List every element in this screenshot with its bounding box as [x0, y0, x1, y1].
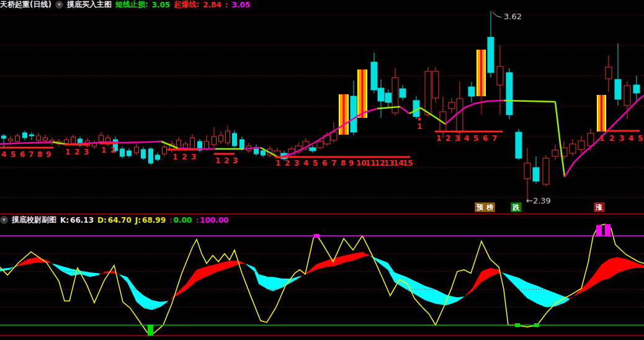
candle: [310, 148, 316, 151]
kd-ribbon: [344, 254, 353, 262]
count-number: 4: [628, 134, 633, 143]
count-number: 2: [110, 146, 115, 154]
kd-ribbon: [197, 266, 208, 281]
kd-ribbon: [602, 259, 609, 280]
candle: [606, 67, 612, 79]
count-number: 3: [294, 159, 299, 168]
j-label: J:: [135, 216, 141, 225]
count-number: 5: [638, 134, 643, 143]
candle: [385, 93, 391, 102]
boom-line-label: 起爆线:: [174, 0, 199, 10]
count-number: 2: [445, 134, 450, 143]
overbought-bar: [596, 225, 602, 236]
candle: [233, 133, 237, 146]
candle: [16, 136, 20, 141]
stock-app-window: { "header": { "title": "天桥起重(日线)", "drop…: [0, 0, 644, 340]
candle: [205, 141, 209, 149]
candle: [552, 150, 558, 156]
kd-ribbon: [316, 261, 326, 269]
candle: [127, 151, 132, 156]
kd-ribbon: [62, 266, 71, 276]
candle: [457, 99, 463, 132]
kd-ribbon: [416, 281, 425, 300]
candle: [261, 151, 266, 155]
count-number: 2: [74, 148, 79, 156]
kd-ribbon: [593, 264, 602, 286]
overbought-mark: [314, 234, 320, 238]
kd-ribbon: [136, 289, 144, 308]
kd-ribbon: [436, 289, 446, 305]
signal-bar-stripe: [597, 95, 598, 132]
count-number: 6: [483, 134, 488, 143]
j-value: 68.99: [142, 216, 166, 225]
sub-indicator-name[interactable]: 摸底校尉副图: [12, 215, 56, 225]
candle: [449, 102, 455, 109]
main-indicator-name[interactable]: 摸底买入主图: [67, 0, 112, 10]
candle: [135, 147, 139, 153]
count-number: 1: [101, 146, 106, 154]
signal-bar-stripe: [347, 94, 349, 135]
ma-line: [400, 107, 409, 114]
boom-line-value2: 3.05: [232, 1, 251, 9]
high-bound-value: 100.00: [200, 216, 228, 225]
signal-bar-stripe: [485, 50, 486, 96]
chevron-down-icon[interactable]: ▾: [0, 216, 8, 224]
chart-canvas[interactable]: 4567891231212312312345678910111213141512…: [0, 0, 644, 340]
candle: [141, 150, 146, 158]
kd-ribbon: [218, 261, 230, 271]
candle: [163, 147, 167, 154]
signal-bar-stripe: [362, 69, 364, 118]
signal-bar-stripe: [480, 50, 482, 96]
stop-loss-label: 短线止损:: [115, 0, 148, 10]
boom-line-value1: 2.84: [203, 1, 221, 9]
kd-ribbon: [617, 257, 627, 274]
candle: [588, 133, 594, 146]
count-number: 1: [599, 134, 604, 143]
price-annotation: 3.62: [504, 12, 522, 21]
count-number: 1: [275, 159, 280, 168]
candle: [331, 132, 337, 140]
kd-ribbon: [537, 286, 546, 308]
kd-ribbon: [53, 264, 62, 272]
high-sep: :: [195, 216, 199, 225]
chevron-down-icon[interactable]: ▾: [55, 1, 63, 9]
kd-ribbon: [152, 300, 160, 310]
kd-ribbon: [490, 268, 499, 277]
candle: [9, 139, 13, 141]
candle: [633, 85, 640, 93]
kd-ribbon: [308, 264, 316, 273]
kd-ribbon: [457, 297, 465, 302]
signal-bar-stripe: [601, 95, 602, 132]
kd-ribbon: [168, 293, 177, 302]
candle: [317, 141, 323, 148]
candle: [378, 88, 384, 101]
count-number: 4: [303, 159, 308, 168]
candle: [578, 141, 584, 150]
candle: [65, 140, 69, 143]
kd-ribbon: [48, 261, 53, 264]
count-number: 3: [84, 148, 89, 156]
candle: [99, 135, 104, 141]
candle: [506, 73, 512, 115]
signal-bar-stripe: [605, 95, 606, 132]
signal-tag-text: 涨: [595, 204, 603, 212]
count-number: 6: [322, 159, 327, 168]
kd-ribbon: [388, 262, 395, 282]
candle: [351, 96, 357, 132]
main-chart-header: 天桥起重(日线) ▾ 摸底买入主图 短线止损: 3.05 起爆线: 2.84 :…: [0, 1, 644, 9]
d-value: 64.70: [108, 216, 132, 225]
kd-ribbon: [90, 272, 99, 277]
kd-ribbon: [519, 278, 527, 298]
candle: [219, 135, 223, 141]
kd-ribbon: [208, 264, 218, 276]
signal-bar-stripe: [343, 94, 345, 135]
kd-ribbon: [502, 272, 510, 280]
kd-ribbon: [395, 272, 406, 289]
kd-ribbon: [326, 258, 334, 267]
kd-ribbon: [353, 252, 362, 261]
kd-ribbon: [481, 268, 490, 282]
candle: [212, 136, 217, 145]
candle: [400, 89, 406, 97]
k-value: 66.13: [70, 216, 94, 225]
candle: [432, 71, 439, 98]
